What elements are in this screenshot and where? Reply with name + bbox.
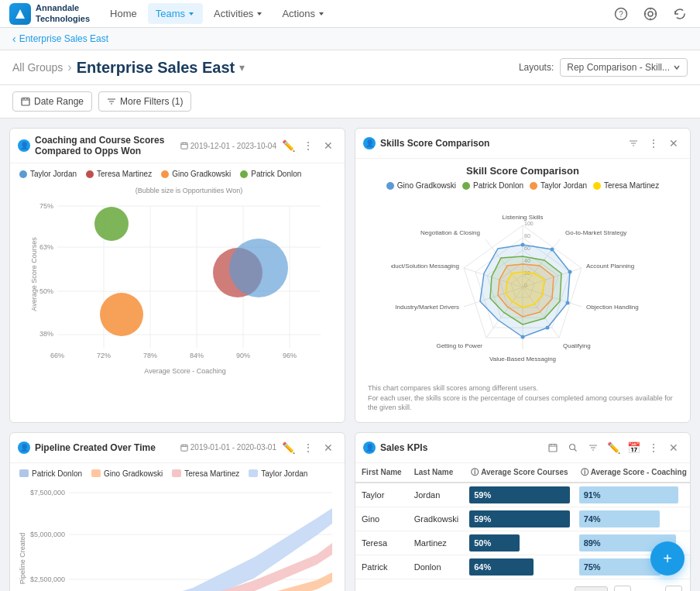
svg-rect-4: [22, 98, 29, 106]
table-row: Teresa Martinez 50% 89% $561,000 65%: [355, 531, 691, 555]
fab-button[interactable]: +: [650, 541, 685, 576]
col-first-name: First Name: [355, 463, 408, 483]
svg-point-57: [521, 243, 525, 247]
page-prefix: All Groups: [12, 61, 63, 74]
items-per-page-select[interactable]: 10 25 50: [575, 586, 608, 591]
table-row: Taylor Jordan 59% 91% $850,000 76%: [355, 483, 691, 507]
svg-text:$2,500,000: $2,500,000: [30, 576, 65, 583]
svg-text:Product/Solution Messaging: Product/Solution Messaging: [391, 263, 459, 270]
svg-point-59: [568, 270, 572, 274]
date-range-button[interactable]: Date Range: [12, 91, 92, 112]
radar-close-icon[interactable]: ✕: [665, 135, 682, 152]
kpi-calendar-icon[interactable]: [544, 439, 561, 456]
prev-page-button[interactable]: ‹: [614, 586, 631, 591]
svg-point-94: [570, 444, 575, 449]
svg-text:Listening Skills: Listening Skills: [503, 214, 544, 221]
pipeline-more-icon[interactable]: ⋮: [300, 439, 317, 456]
radar-legend: Gino Gradkowski Patrick Donlon Taylor Jo…: [362, 181, 684, 190]
svg-text:Negotiation & Closing: Negotiation & Closing: [420, 229, 480, 236]
svg-text:84%: 84%: [190, 352, 204, 359]
nav-right-icons: ?: [610, 3, 691, 25]
radar-more-icon[interactable]: ⋮: [645, 135, 662, 152]
svg-point-60: [566, 301, 570, 305]
svg-point-28: [94, 207, 129, 241]
kpi-close-icon[interactable]: ✕: [665, 439, 682, 456]
help-icon[interactable]: ?: [610, 3, 632, 25]
app-logo: Annandale Technologies: [9, 3, 90, 25]
filter-bar: Date Range More Filters (1): [0, 85, 700, 119]
nav-actions[interactable]: Actions: [274, 3, 333, 24]
table-row: Gino Gradkowski 59% 74% $508,500 69%: [355, 507, 691, 531]
svg-text:50%: 50%: [39, 287, 53, 295]
col-last-name: Last Name: [408, 463, 465, 483]
svg-text:72%: 72%: [97, 352, 111, 359]
first-name-cell: Patrick: [355, 555, 408, 579]
refresh-icon[interactable]: [669, 3, 691, 25]
nav-teams[interactable]: Teams: [148, 3, 203, 24]
svg-point-61: [546, 326, 550, 330]
bubble-more-icon[interactable]: ⋮: [300, 137, 317, 154]
svg-rect-73: [181, 445, 187, 451]
kpi-search-icon[interactable]: [564, 439, 582, 456]
svg-text:100: 100: [524, 221, 534, 226]
svg-text:Qualifying: Qualifying: [563, 342, 591, 349]
pipeline-legend: Patrick Donlon Gino Gradkowski Teresa Ma…: [16, 469, 338, 481]
svg-text:?: ?: [619, 10, 623, 19]
more-filters-button[interactable]: More Filters (1): [98, 91, 191, 112]
svg-text:Value-Based Messaging: Value-Based Messaging: [489, 356, 556, 363]
kpi-table: First Name Last Name ⓘ Average Score Cou…: [355, 463, 691, 579]
svg-text:Average Score Courses: Average Score Courses: [30, 237, 38, 311]
svg-text:90%: 90%: [236, 352, 250, 359]
page-title: Enterprise Sales East: [77, 59, 235, 77]
kpi-more-icon[interactable]: ⋮: [645, 439, 662, 456]
layouts-label: Layouts:: [519, 62, 554, 73]
col-avg-courses: ⓘ Average Score Courses: [465, 463, 574, 483]
pipeline-chart-widget: 👤 Pipeline Created Over Time 2019-01-01 …: [9, 432, 345, 591]
pipeline-edit-icon[interactable]: ✏️: [280, 439, 297, 456]
first-name-cell: Taylor: [355, 483, 408, 507]
logo-icon: [9, 3, 31, 25]
nav-links: Home Teams Activities Actions: [102, 3, 333, 24]
kpi-widget-title: Sales KPIs: [380, 442, 540, 453]
radar-chart-widget: 👤 Skills Score Comparison ⋮ ✕ Skill Scor…: [355, 128, 691, 423]
radar-note: This chart compares skill scores among d…: [362, 380, 684, 416]
bubble-edit-icon[interactable]: ✏️: [280, 137, 297, 154]
svg-text:Pipeline Created: Pipeline Created: [19, 533, 26, 585]
title-dropdown-icon[interactable]: ▾: [239, 61, 245, 74]
bubble-widget-title: Coaching and Course Scores Compared to O…: [35, 135, 176, 156]
kpi-edit-icon[interactable]: ✏️: [605, 439, 622, 456]
svg-text:Objection Handling: Objection Handling: [586, 304, 639, 311]
page-header: All Groups › Enterprise Sales East ▾ Lay…: [0, 50, 700, 85]
svg-marker-82: [69, 508, 332, 591]
svg-text:Go-to-Market Strategy: Go-to-Market Strategy: [565, 229, 626, 236]
settings-icon[interactable]: [640, 3, 661, 25]
svg-text:78%: 78%: [143, 352, 157, 359]
svg-text:96%: 96%: [283, 352, 297, 359]
svg-text:38%: 38%: [39, 330, 53, 338]
pipeline-widget-icon: 👤: [18, 442, 30, 454]
svg-point-31: [100, 293, 143, 336]
first-name-cell: Gino: [355, 507, 408, 531]
kpi-widget-icon: 👤: [363, 442, 376, 454]
svg-text:63%: 63%: [39, 243, 53, 251]
layout-dropdown[interactable]: Rep Comparison - Skill...: [560, 58, 688, 77]
kpi-date-icon[interactable]: 📅: [625, 439, 642, 456]
svg-text:Account Planning: Account Planning: [586, 263, 634, 270]
next-page-button[interactable]: ›: [665, 586, 682, 591]
svg-point-30: [229, 239, 288, 297]
svg-text:Industry/Market Drivers: Industry/Market Drivers: [395, 304, 459, 311]
breadcrumb: Enterprise Sales East: [0, 28, 700, 50]
bubble-legend: Taylor Jordan Teresa Martinez Gino Gradk…: [16, 170, 338, 181]
pipeline-close-icon[interactable]: ✕: [320, 439, 337, 456]
breadcrumb-link[interactable]: Enterprise Sales East: [12, 33, 108, 45]
kpi-filter-icon[interactable]: [585, 439, 602, 456]
sales-kpi-widget: 👤 Sales KPIs ✏️ 📅 ⋮ ✕: [355, 432, 691, 591]
bubble-close-icon[interactable]: ✕: [320, 137, 337, 154]
table-row: Patrick Donlon 64% 75% $246,000 55%: [355, 555, 691, 579]
nav-home[interactable]: Home: [102, 3, 145, 24]
svg-rect-5: [181, 143, 187, 149]
radar-filter-icon[interactable]: [625, 135, 642, 152]
nav-activities[interactable]: Activities: [206, 3, 271, 24]
svg-point-58: [551, 248, 554, 252]
col-avg-coaching: ⓘ Average Score - Coaching: [575, 463, 691, 483]
